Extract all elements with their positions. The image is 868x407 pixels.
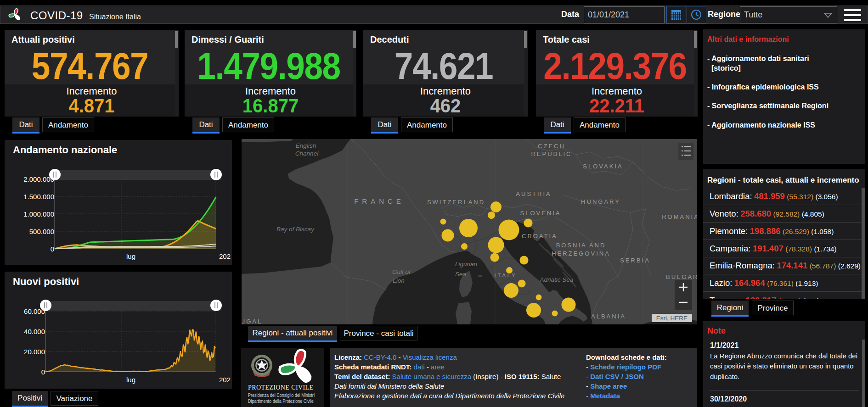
svg-text:SLOVENIA: SLOVENIA <box>520 210 561 217</box>
svg-text:Presidenza del Consiglio dei M: Presidenza del Consiglio dei Ministri <box>248 392 315 398</box>
svg-text:Lion: Lion <box>393 277 405 284</box>
svg-text:FRANCE: FRANCE <box>354 197 405 205</box>
svg-text:CROATIA: CROATIA <box>522 233 558 240</box>
svg-text:Esri, HERE: Esri, HERE <box>656 315 688 322</box>
svg-text:Adriatic Sea: Adriatic Sea <box>540 276 574 283</box>
svg-text:HUNGARY: HUNGARY <box>581 198 620 205</box>
svg-text:ITALY: ITALY <box>495 273 517 278</box>
svg-text:SERBIA: SERBIA <box>620 257 650 264</box>
svg-text:REPUBLIC: REPUBLIC <box>531 151 572 157</box>
svg-text:Sea: Sea <box>455 271 467 278</box>
svg-text:Bay of Biscay: Bay of Biscay <box>276 226 315 233</box>
svg-text:SLOVAKIA: SLOVAKIA <box>583 163 623 170</box>
svg-text:Dipartimento della Protezione: Dipartimento della Protezione Civile <box>248 398 314 404</box>
svg-text:SWITZERLAND: SWITZERLAND <box>427 199 485 206</box>
svg-text:Gulf of: Gulf of <box>392 268 411 275</box>
svg-text:Ligurian: Ligurian <box>455 261 477 268</box>
svg-text:HERZEGOVINA: HERZEGOVINA <box>552 250 610 257</box>
svg-text:BULGARI: BULGARI <box>666 273 697 280</box>
svg-text:English: English <box>296 142 316 149</box>
svg-text:RTUGAL: RTUGAL <box>242 318 262 324</box>
svg-text:PROTEZIONE CIVILE: PROTEZIONE CIVILE <box>248 384 314 391</box>
svg-text:AUSTRIA: AUSTRIA <box>516 190 551 197</box>
svg-text:ROMANIA: ROMANIA <box>662 213 697 220</box>
svg-text:Channel: Channel <box>295 150 319 157</box>
svg-text:CZECH: CZECH <box>538 143 565 150</box>
svg-text:BOSNIA AND: BOSNIA AND <box>556 242 606 249</box>
svg-text:ALBANIA: ALBANIA <box>591 313 626 320</box>
